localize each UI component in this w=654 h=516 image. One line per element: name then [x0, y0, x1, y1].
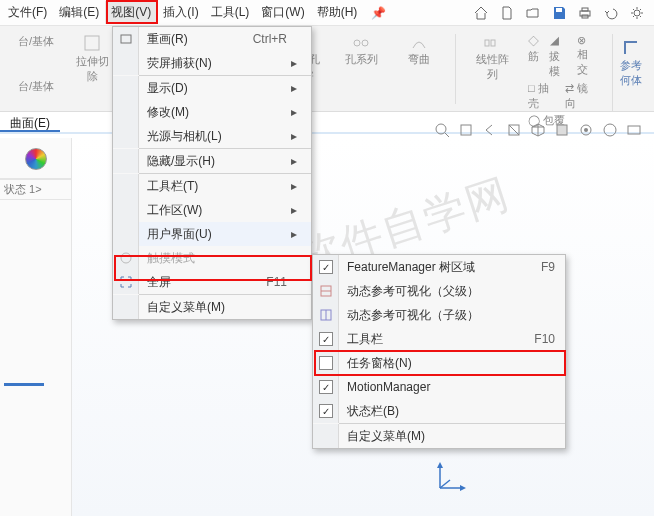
view-orientation-icon[interactable] [528, 120, 548, 140]
svg-marker-25 [460, 485, 466, 491]
menu-user-interface[interactable]: 用户界面(U) ▸ [113, 222, 311, 246]
menu-view[interactable]: 视图(V) [105, 1, 157, 24]
zoom-fit-icon[interactable] [432, 120, 452, 140]
undo-icon[interactable] [600, 2, 622, 24]
print-icon[interactable] [574, 2, 596, 24]
svg-point-8 [362, 40, 368, 46]
menu-edit[interactable]: 编辑(E) [53, 1, 105, 24]
pin-icon[interactable]: 📌 [363, 6, 394, 20]
svg-point-27 [121, 253, 131, 263]
ribbon-shell[interactable]: □ 抽壳 [528, 81, 559, 111]
ribbon-curve[interactable]: 弯曲 [397, 34, 441, 111]
submenu-dyn-child[interactable]: 动态参考可视化（子级） [313, 303, 565, 327]
rollback-bar[interactable] [4, 383, 44, 386]
apply-scene-icon[interactable] [624, 120, 644, 140]
quick-access-toolbar [470, 2, 652, 24]
new-icon[interactable] [496, 2, 518, 24]
ribbon-intersect[interactable]: ⊗ 相交 [577, 34, 598, 79]
ribbon-extrude-cut[interactable]: 拉伸切 除 [72, 26, 112, 111]
svg-line-12 [445, 133, 449, 137]
menu-file[interactable]: 文件(F) [2, 1, 53, 24]
extrude-cut-label-a: 拉伸切 [76, 54, 109, 69]
submenu-toolbar[interactable]: ✓ 工具栏 F10 [313, 327, 565, 351]
section-view-icon[interactable] [504, 120, 524, 140]
svg-line-15 [509, 125, 519, 135]
svg-rect-13 [461, 125, 471, 135]
submenu-status-bar[interactable]: ✓ 状态栏(B) [313, 399, 565, 423]
ribbon-mirror[interactable]: ⇄ 镜向 [565, 81, 598, 111]
svg-point-4 [634, 10, 640, 16]
menu-customize[interactable]: 自定义菜单(M) [113, 295, 311, 319]
submenu-dyn-parent[interactable]: 动态参考可视化（父级） [313, 279, 565, 303]
ribbon-reference-geometry[interactable]: 参考 何体 [612, 34, 648, 111]
svg-point-18 [584, 128, 588, 132]
view-dropdown-menu: 重画(R) Ctrl+R 荧屏捕获(N) ▸ 显示(D) ▸ 修改(M) ▸ 光… [112, 26, 312, 320]
display-state[interactable]: 状态 1> [0, 179, 71, 200]
svg-line-23 [440, 480, 450, 488]
menu-fullscreen[interactable]: 全屏 F11 [113, 270, 311, 294]
svg-rect-2 [582, 8, 588, 11]
ribbon-draft[interactable]: ◢ 拔模 [549, 34, 571, 79]
svg-rect-5 [85, 36, 99, 50]
menu-modify[interactable]: 修改(M) ▸ [113, 100, 311, 124]
user-interface-submenu: ✓ FeatureManager 树区域 F9 动态参考可视化（父级） 动态参考… [312, 254, 566, 449]
menu-tools[interactable]: 工具(L) [205, 1, 256, 24]
menu-workspace[interactable]: 工作区(W) ▸ [113, 198, 311, 222]
svg-rect-0 [556, 8, 562, 12]
config-manager-icon[interactable] [25, 148, 47, 170]
hide-show-items-icon[interactable] [576, 120, 596, 140]
svg-point-11 [436, 124, 446, 134]
previous-view-icon[interactable] [480, 120, 500, 140]
zoom-area-icon[interactable] [456, 120, 476, 140]
open-icon[interactable] [522, 2, 544, 24]
edit-appearance-icon[interactable] [600, 120, 620, 140]
extrude-cut-label-b: 除 [87, 69, 98, 84]
svg-rect-26 [121, 35, 131, 43]
submenu-customize[interactable]: 自定义菜单(M) [313, 424, 565, 448]
menu-help[interactable]: 帮助(H) [311, 1, 364, 24]
ribbon-right-tools: 异型孔 向导 孔系列 弯曲 线性阵 列 ◇ 筋 ◢ 拔模 ⊗ 相交 □ 抽壳 ⇄… [281, 26, 654, 111]
save-icon[interactable] [548, 2, 570, 24]
feature-manager-panel: 状态 1> [0, 138, 72, 516]
ribbon-rib[interactable]: ◇ 筋 [528, 34, 543, 79]
ribbon: 台/基体 台/基体 拉伸切 除 异型孔 向导 孔系列 弯曲 线性阵 列 ◇ 筋 [0, 26, 654, 112]
svg-rect-16 [557, 125, 567, 135]
display-style-icon[interactable] [552, 120, 572, 140]
heads-up-toolbar [432, 120, 644, 140]
svg-rect-10 [491, 40, 495, 46]
menubar: 文件(F) 编辑(E) 视图(V) 插入(I) 工具(L) 窗口(W) 帮助(H… [0, 0, 654, 26]
home-icon[interactable] [470, 2, 492, 24]
svg-rect-9 [485, 40, 489, 46]
options-icon[interactable] [626, 2, 648, 24]
menu-hide-show[interactable]: 隐藏/显示(H) ▸ [113, 149, 311, 173]
ribbon-left: 台/基体 台/基体 [0, 26, 72, 111]
menu-insert[interactable]: 插入(I) [157, 1, 204, 24]
ribbon-features-group: ◇ 筋 ◢ 拔模 ⊗ 相交 □ 抽壳 ⇄ 镜向 ◯ 包覆 [528, 34, 598, 111]
menu-lights-cameras[interactable]: 光源与相机(L) ▸ [113, 124, 311, 148]
svg-point-7 [354, 40, 360, 46]
svg-marker-24 [437, 462, 443, 468]
menu-touch-mode: 触摸模式 [113, 246, 311, 270]
menu-window[interactable]: 窗口(W) [255, 1, 310, 24]
triad-icon [432, 456, 472, 496]
ribbon-feature-boss2[interactable]: 台/基体 [18, 79, 54, 94]
ribbon-linear-pattern[interactable]: 线性阵 列 [470, 34, 514, 111]
submenu-fm-tree[interactable]: ✓ FeatureManager 树区域 F9 [313, 255, 565, 279]
ribbon-hole-series[interactable]: 孔系列 [339, 34, 383, 111]
menu-screen-capture[interactable]: 荧屏捕获(N) ▸ [113, 51, 311, 75]
ribbon-feature-boss1[interactable]: 台/基体 [18, 34, 54, 49]
svg-point-19 [604, 124, 616, 136]
submenu-motion-manager[interactable]: ✓ MotionManager [313, 375, 565, 399]
menu-redraw[interactable]: 重画(R) Ctrl+R [113, 27, 311, 51]
tab-surface[interactable]: 曲面(E) [0, 112, 60, 132]
submenu-task-pane[interactable]: 任务窗格(N) [313, 351, 565, 375]
menu-toolbars[interactable]: 工具栏(T) ▸ [113, 174, 311, 198]
menu-display[interactable]: 显示(D) ▸ [113, 76, 311, 100]
svg-rect-20 [628, 126, 640, 134]
